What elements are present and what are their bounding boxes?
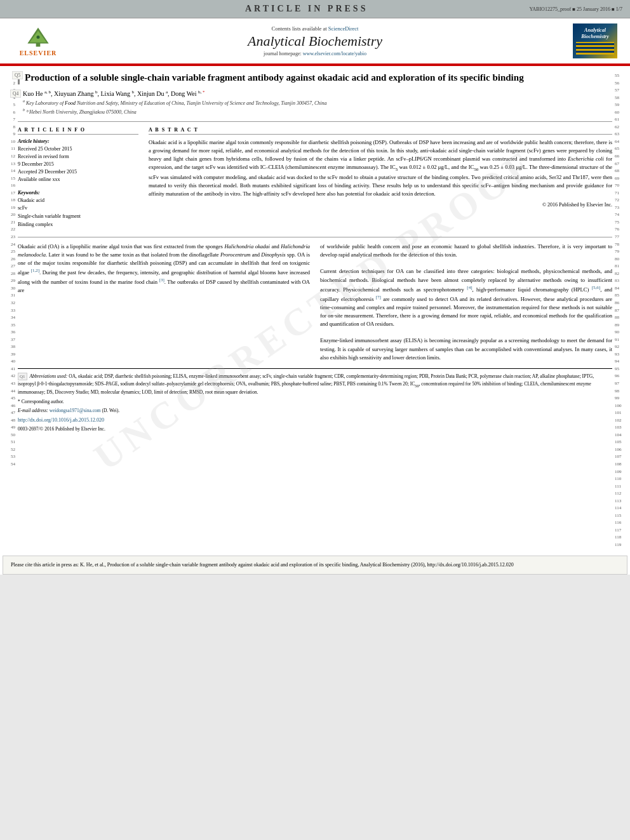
affiliation-b: b ᵇ Hebei North University, Zhangjiakou …	[23, 108, 612, 115]
q5-marker: Q5	[12, 71, 23, 79]
journal-logo-box: AnalyticalBiochemistry	[573, 23, 617, 58]
authors-section: Q4 Kuo He a, b, Xiuyuan Zhang b, Lixia W…	[18, 90, 612, 115]
received-revised: Received in revised form9 December 2015	[18, 153, 138, 168]
abbreviations-text: Q1 Abbreviations used: OA, okadaic acid;…	[18, 373, 612, 396]
journal-center: Contents lists available at ScienceDirec…	[70, 25, 560, 57]
contents-line: Contents lists available at ScienceDirec…	[70, 25, 560, 32]
email-link[interactable]: weidongsa1971@sina.com	[50, 408, 101, 413]
keyword-1: Okadaic acid	[18, 197, 138, 205]
page-layout: 123 456 789 101112 131415 161718 192021 …	[0, 66, 630, 549]
footnote-section: Q1 Abbreviations used: OA, okadaic acid;…	[18, 368, 612, 432]
logo-box-text: AnalyticalBiochemistry	[581, 27, 609, 39]
banner-right: YABIO12275_proof ■ 25 January 2016 ■ 1/7	[529, 6, 622, 12]
elsevier-wordmark: ELSEVIER	[20, 50, 57, 57]
body-left-col: Okadaic acid (OA) is a lipophilic marine…	[18, 243, 310, 362]
journal-name: Analytical Biochemistry	[70, 33, 560, 50]
authors-line: Kuo He a, b, Xiuyuan Zhang b, Lixia Wang…	[23, 90, 612, 97]
article-info-header: A R T I C L E I N F O	[18, 127, 138, 135]
history-label: Article history:	[18, 138, 138, 144]
body-section: Okadaic acid (OA) is a lipophilic marine…	[18, 237, 612, 362]
article-info-col: A R T I C L E I N F O Article history: R…	[18, 127, 138, 229]
center-content: UNCORRECTED PROOF Q5 Production of a sol…	[18, 66, 612, 549]
body-two-col: Okadaic acid (OA) is a lipophilic marine…	[18, 243, 612, 362]
corresponding-note: * Corresponding author.	[18, 398, 612, 405]
keyword-3: Single-chain variable fragment	[18, 213, 138, 221]
citation-text: Please cite this article in press as: K.…	[11, 562, 514, 568]
affiliation-a: a Key Laboratory of Food Nutrition and S…	[23, 99, 612, 106]
available-online: Available online xxx	[18, 176, 138, 183]
banner-left	[8, 6, 84, 12]
received-date-1: Received 25 October 2015	[18, 145, 138, 153]
journal-header: ELSEVIER Contents lists available at Sci…	[0, 18, 630, 65]
body-para-1: Okadaic acid (OA) is a lipophilic marine…	[18, 243, 310, 295]
keywords-list: Okadaic acid scFv Single-chain variable …	[18, 197, 138, 229]
doi-line: http://dx.doi.org/10.1016/j.ab.2015.12.0…	[18, 417, 612, 424]
keyword-4: Binding complex	[18, 221, 138, 229]
article-title-section: Q5 Production of a soluble single-chain …	[18, 71, 612, 84]
svg-point-3	[37, 36, 40, 39]
elsevier-logo-left: ELSEVIER	[13, 26, 64, 57]
doi-link[interactable]: http://dx.doi.org/10.1016/j.ab.2015.12.0…	[18, 417, 104, 423]
copyright-line: © 2016 Published by Elsevier Inc.	[149, 202, 612, 208]
q4-marker: Q4	[10, 90, 21, 98]
abstract-text: Okadaic acid is a lipophilic marine alga…	[149, 138, 612, 199]
right-line-numbers: 555657 585960 616263 646566 676869 70717…	[612, 66, 630, 549]
keywords-label: Keywords:	[18, 190, 138, 196]
article-title: Production of a soluble single-chain var…	[25, 71, 612, 84]
abstract-col: A B S T R A C T Okadaic acid is a lipoph…	[149, 127, 612, 229]
keyword-2: scFv	[18, 204, 138, 213]
left-line-numbers: 123 456 789 101112 131415 161718 192021 …	[0, 66, 18, 549]
elsevier-tree-svg	[22, 26, 54, 48]
q1-marker: Q1	[18, 373, 27, 381]
journal-logo-right: AnalyticalBiochemistry	[566, 23, 617, 58]
top-banner: ARTICLE IN PRESS YABIO12275_proof ■ 25 J…	[0, 0, 630, 18]
issn-line: 0003-2697/© 2016 Published by Elsevier I…	[18, 425, 612, 432]
body-right-col: of worldwide public health concern and p…	[320, 243, 612, 362]
banner-title: ARTICLE IN PRESS	[84, 4, 529, 14]
sciencedirect-link[interactable]: ScienceDirect	[328, 25, 359, 32]
homepage-link[interactable]: www.elsevier.com/locate/yabio	[303, 51, 366, 57]
email-line: E-mail address: weidongsa1971@sina.com (…	[18, 407, 612, 414]
accepted-date: Accepted 29 December 2015	[18, 168, 138, 176]
citation-bar: Please cite this article in press as: K.…	[3, 556, 627, 575]
logo-stripes	[576, 42, 614, 55]
journal-homepage: journal homepage: www.elsevier.com/locat…	[70, 51, 560, 57]
body-para-2: of worldwide public health concern and p…	[320, 243, 612, 259]
body-para-4: Enzyme-linked immunosorbent assay (ELISA…	[320, 337, 612, 362]
abstract-header: A B S T R A C T	[149, 127, 612, 135]
body-para-3: Current detection techniques for OA can …	[320, 267, 612, 328]
two-col-section: A R T I C L E I N F O Article history: R…	[18, 121, 612, 229]
